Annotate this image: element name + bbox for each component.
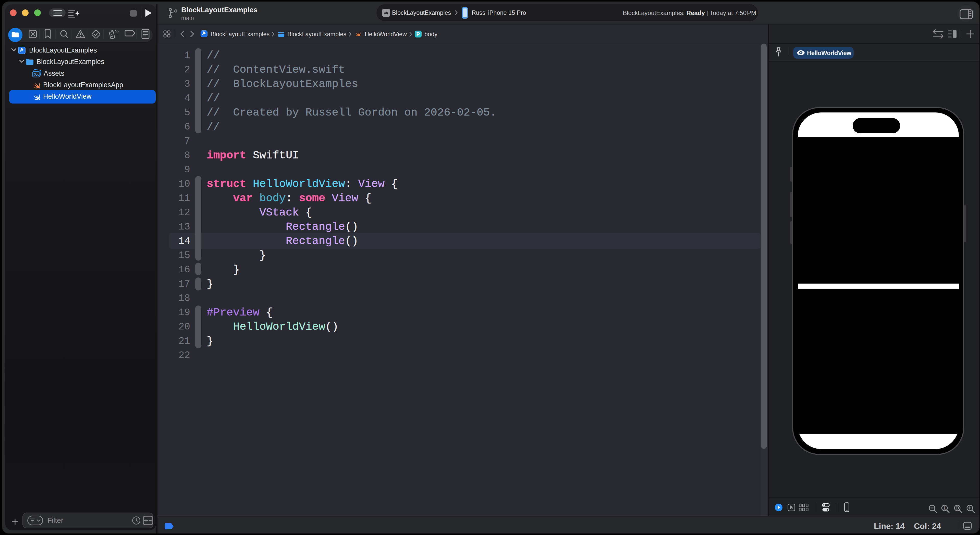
svg-text:1: 1 bbox=[943, 506, 946, 510]
